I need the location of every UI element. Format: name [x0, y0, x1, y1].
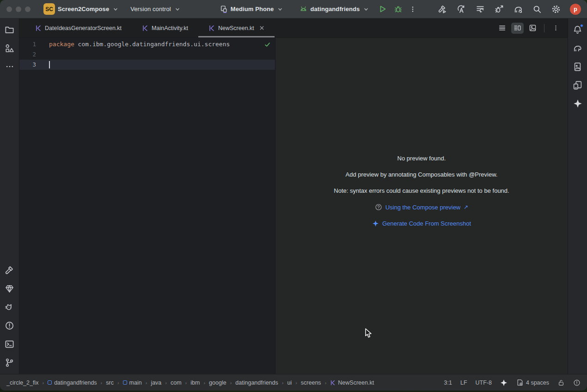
design-view-icon [529, 24, 537, 32]
gradle-tool-button[interactable] [571, 41, 585, 55]
window-minimize-button[interactable] [16, 6, 21, 12]
editor-options-button[interactable] [550, 23, 562, 34]
debug-button[interactable] [393, 4, 403, 14]
encoding-widget[interactable]: UTF-8 [476, 380, 492, 386]
breadcrumb-item[interactable]: google [209, 380, 226, 386]
profile-avatar[interactable]: p [570, 4, 581, 15]
breadcrumb-item[interactable]: src [106, 380, 114, 386]
chevron-down-icon [175, 6, 180, 12]
chevron-down-icon [277, 6, 283, 12]
line-number[interactable]: 2 [25, 49, 36, 60]
breadcrumb-label: java [151, 380, 161, 386]
no-preview-message: No preview found. [397, 155, 446, 162]
play-icon [378, 5, 387, 13]
version-control-label: Version control [130, 6, 171, 12]
generate-code-link[interactable]: Generate Code From Screenshot [372, 220, 471, 227]
breadcrumb-item[interactable]: main [123, 380, 142, 386]
settings-button[interactable] [551, 4, 561, 14]
code-line[interactable]: 2 [19, 49, 275, 60]
design-view-button[interactable] [526, 23, 539, 34]
breadcrumb-separator: › [295, 380, 297, 386]
resource-manager-button[interactable] [3, 41, 17, 55]
gradle-sync-button[interactable] [513, 4, 523, 14]
run-button[interactable] [377, 4, 387, 14]
breadcrumb-label: src [106, 380, 114, 386]
breadcrumb-item[interactable]: _circle_2_fix [6, 380, 38, 386]
breadcrumb-separator: › [203, 380, 205, 386]
gear-icon [551, 5, 561, 14]
breadcrumb-item[interactable]: screens [301, 380, 321, 386]
line-separator-widget[interactable]: LF [460, 380, 467, 386]
version-control-tool-button[interactable] [3, 355, 17, 369]
search-everywhere-button[interactable] [532, 4, 542, 14]
line-number[interactable]: 3 [25, 60, 36, 70]
compose-preview-help-link[interactable]: Using the Compose preview ↗ [375, 203, 469, 211]
app-quality-insights-button[interactable] [3, 282, 17, 295]
logcat-button[interactable] [3, 300, 17, 314]
apply-changes-button[interactable] [456, 4, 466, 14]
problems-button[interactable] [3, 318, 17, 332]
file-lock-widget[interactable] [557, 379, 565, 386]
breadcrumb-label: ui [287, 380, 292, 386]
code-editor[interactable]: 1 package com.ibm.google.datingandfriend… [19, 38, 275, 374]
breadcrumb-separator: › [185, 380, 187, 386]
breadcrumb-item[interactable]: java [151, 380, 161, 386]
apply-code-changes-button[interactable] [475, 4, 485, 14]
tab-close-icon[interactable] [259, 25, 264, 31]
sparkle-icon [500, 379, 508, 386]
inspection-widget[interactable] [573, 379, 581, 386]
inspection-status[interactable] [264, 41, 271, 48]
project-badge: SC [43, 3, 55, 15]
tab-newscreen[interactable]: NewScreen.kt [198, 18, 275, 37]
code-view-button[interactable] [496, 23, 508, 34]
attach-debugger-button[interactable] [494, 4, 504, 14]
breadcrumb-item-file[interactable]: NewScreen.kt [330, 380, 374, 386]
terminal-button[interactable] [3, 337, 17, 351]
indent-widget[interactable]: 4 spaces [516, 379, 549, 386]
check-icon [264, 41, 271, 48]
ai-assistant-widget[interactable] [500, 379, 508, 386]
tab-dateideasgeneratorscreen[interactable]: DateIdeasGeneratorScreen.kt [25, 18, 132, 37]
running-devices-button[interactable] [571, 60, 585, 74]
project-selector[interactable]: SC Screen2Compose [43, 3, 118, 15]
package-keyword: package [49, 39, 74, 49]
split-view-button[interactable] [511, 23, 524, 34]
tab-mainactivity[interactable]: MainActivity.kt [132, 18, 198, 37]
run-config-label: datingandfriends [310, 6, 360, 12]
run-configuration-selector[interactable]: datingandfriends [300, 5, 369, 13]
device-manager-button[interactable] [571, 78, 585, 92]
line-number[interactable]: 1 [25, 39, 36, 49]
breadcrumb-separator: › [230, 380, 232, 386]
chevron-down-icon [363, 6, 369, 12]
code-line-current[interactable]: 3 [19, 60, 275, 70]
notifications-button[interactable] [571, 23, 585, 37]
breadcrumb-item[interactable]: ui [287, 380, 292, 386]
external-link-icon: ↗ [464, 204, 468, 210]
breadcrumb-item[interactable]: com [171, 380, 182, 386]
device-selector[interactable]: Medium Phone [220, 5, 283, 13]
window-controls [0, 6, 31, 12]
gemini-button[interactable] [571, 97, 585, 110]
gem-icon [5, 284, 14, 294]
unlock-icon [557, 379, 565, 386]
editor-split: 1 package com.ibm.google.datingandfriend… [19, 38, 568, 374]
window-zoom-button[interactable] [25, 6, 31, 12]
code-line[interactable]: 1 package com.ibm.google.datingandfriend… [19, 39, 275, 49]
shapes-icon [5, 43, 14, 53]
sparkle-icon [372, 220, 379, 227]
breadcrumb-item[interactable]: datingandfriends [48, 380, 97, 386]
kotlin-file-icon [330, 380, 336, 386]
folder-icon [5, 25, 14, 35]
left-activity-bar [0, 18, 19, 374]
version-control-menu[interactable]: Version control [130, 6, 180, 12]
build-button[interactable] [437, 4, 447, 14]
build-tool-button[interactable] [3, 263, 17, 277]
caret-position-widget[interactable]: 3:1 [444, 380, 452, 386]
breadcrumb-item[interactable]: ibm [190, 380, 200, 386]
toolbar-more-button[interactable] [408, 4, 418, 14]
syntax-error-note: Note: syntax errors could cause existing… [334, 187, 509, 194]
project-tool-button[interactable] [3, 23, 17, 37]
breadcrumb-item[interactable]: datingandfriends [235, 380, 278, 386]
window-close-button[interactable] [6, 6, 12, 12]
more-tool-windows-button[interactable] [3, 60, 17, 74]
